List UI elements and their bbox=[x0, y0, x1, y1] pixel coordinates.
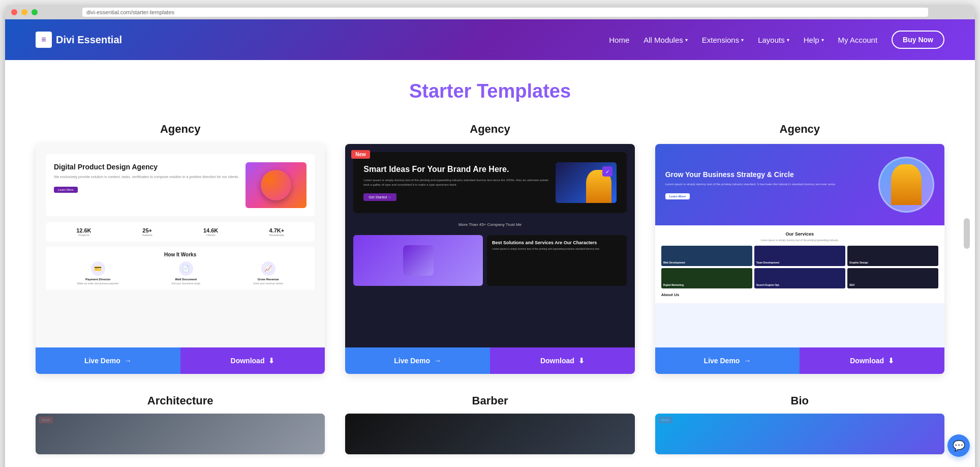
url-bar[interactable]: divi-essential.com/starter-templates bbox=[82, 8, 928, 17]
chat-bubble-button[interactable]: 💬 bbox=[947, 434, 970, 457]
how-label-1: Payment Director bbox=[77, 278, 118, 281]
how-item-2: 📄 Well Document Get your document ready bbox=[172, 261, 200, 285]
services-title: Our Services bbox=[661, 231, 938, 237]
trust-text: More Than 45+ Company Trust Me bbox=[458, 222, 522, 227]
hero-title-1: Digital Product Design Agency bbox=[54, 162, 239, 171]
download-button-2[interactable]: Download ⬇ bbox=[490, 347, 635, 374]
stat-label-3: Clients bbox=[203, 234, 218, 237]
live-demo-button-1[interactable]: Live Demo → bbox=[36, 347, 180, 374]
demo-label-2: Live Demo bbox=[394, 357, 430, 365]
logo-icon: ≡ bbox=[36, 32, 52, 48]
chevron-down-icon: ▾ bbox=[787, 37, 789, 43]
download-icon-3: ⬇ bbox=[888, 357, 894, 365]
stat-label-1: Projects bbox=[76, 234, 91, 237]
service-tile-4: Digital Marketing bbox=[661, 268, 752, 288]
stat-4: 4.7K+ Downloads bbox=[269, 227, 285, 237]
document-icon: 📄 bbox=[179, 261, 193, 276]
preview-hero-1: Digital Product Design Agency We exclusi… bbox=[46, 154, 315, 216]
nav-layouts[interactable]: Layouts ▾ bbox=[758, 36, 789, 44]
card-preview-3: Grow Your Business Strategy & Circle Lor… bbox=[655, 144, 944, 347]
stat-3: 14.6K Clients bbox=[203, 227, 218, 237]
stat-2: 25+ Awards bbox=[142, 227, 152, 237]
card-preview-1: Digital Product Design Agency We exclusi… bbox=[36, 144, 325, 347]
nav-extensions[interactable]: Extensions ▾ bbox=[702, 36, 744, 44]
stat-num-4: 4.7K+ bbox=[269, 227, 285, 234]
stat-num-1: 12.6K bbox=[76, 227, 91, 234]
smart-cta[interactable]: Get Started → bbox=[363, 193, 396, 201]
nav-links: Home All Modules ▾ Extensions ▾ Layouts … bbox=[609, 31, 944, 49]
stat-num-3: 14.6K bbox=[203, 227, 218, 234]
how-desc-1: Make an order and process payment bbox=[77, 282, 118, 285]
download-button-3[interactable]: Download ⬇ bbox=[800, 347, 944, 374]
templates-grid: Agency Digital Product Design Agency We … bbox=[36, 123, 944, 374]
arrow-right-icon-2: → bbox=[434, 357, 441, 365]
stats-row-1: 12.6K Projects 25+ Awards 14.6K Clients bbox=[46, 222, 315, 242]
logo-text: Divi Essential bbox=[56, 34, 122, 46]
hero-desc-1: We exclusively provide solution in conte… bbox=[54, 174, 239, 180]
close-button[interactable] bbox=[11, 9, 17, 15]
bio-preview: New bbox=[655, 414, 944, 454]
bottom-label-2: Barber bbox=[345, 394, 634, 407]
services-section: Our Services Lorem ipsum is simply dummy… bbox=[655, 225, 944, 303]
logo[interactable]: ≡ Divi Essential bbox=[36, 32, 122, 48]
live-demo-button-3[interactable]: Live Demo → bbox=[655, 347, 800, 374]
service-tile-3: Graphic Design bbox=[847, 246, 938, 266]
nav-my-account[interactable]: My Account bbox=[838, 36, 878, 44]
template-column-2: Agency New Smart Ideas For Your Brand Ar… bbox=[345, 123, 634, 374]
download-icon: ⬇ bbox=[268, 357, 274, 365]
live-demo-button-2[interactable]: Live Demo → bbox=[345, 347, 490, 374]
service-tile-label-3: Graphic Design bbox=[849, 261, 868, 264]
minimize-button[interactable] bbox=[21, 9, 27, 15]
titlebar: divi-essential.com/starter-templates bbox=[5, 5, 975, 19]
smart-title: Smart Ideas For Your Brand Are Here. bbox=[363, 164, 549, 175]
how-desc-3: Grow your revenue stream bbox=[253, 282, 283, 285]
how-section: How It Works 💳 Payment Director Make an … bbox=[46, 247, 315, 290]
bottom-labels: Architecture Barber Bio bbox=[36, 394, 944, 407]
navbar: ≡ Divi Essential Home All Modules ▾ Exte… bbox=[5, 19, 975, 60]
stat-label-2: Awards bbox=[142, 234, 152, 237]
template-card-1: Digital Product Design Agency We exclusi… bbox=[36, 144, 325, 374]
chat-icon: 💬 bbox=[953, 440, 965, 452]
download-label-2: Download bbox=[540, 357, 574, 365]
grow-desc: Lorem ipsum is simply dummy text of the … bbox=[665, 182, 872, 186]
how-title: How It Works bbox=[51, 252, 310, 257]
template-column-3: Agency Grow Your Business Strategy & Cir… bbox=[655, 123, 944, 374]
chevron-down-icon: ▾ bbox=[685, 37, 688, 43]
bottom-cards: New New bbox=[36, 414, 944, 454]
service-tile-label-5: Search Engine Opt. bbox=[756, 283, 780, 286]
smart-desc: Lorem ipsum is simply dummy text of the … bbox=[363, 178, 549, 187]
service-tile-label-2: Team Development bbox=[756, 261, 779, 264]
template-label-3: Agency bbox=[780, 123, 820, 136]
nav-all-modules[interactable]: All Modules ▾ bbox=[644, 36, 688, 44]
download-button-1[interactable]: Download ⬇ bbox=[180, 347, 325, 374]
solutions-card: Best Solutions and Services Are Our Char… bbox=[487, 235, 627, 286]
template-label-1: Agency bbox=[160, 123, 200, 136]
solutions-desc: Lorem ipsum is simply dummy text of the … bbox=[492, 247, 622, 251]
chevron-down-icon: ▾ bbox=[741, 37, 744, 43]
service-tile-6: SEO bbox=[847, 268, 938, 288]
card-actions-2: Live Demo → Download ⬇ bbox=[345, 347, 634, 374]
smart-image: ✓ bbox=[556, 162, 617, 203]
how-label-2: Well Document bbox=[172, 278, 200, 281]
url-text: divi-essential.com/starter-templates bbox=[86, 9, 174, 15]
card-actions-3: Live Demo → Download ⬇ bbox=[655, 347, 944, 374]
maximize-button[interactable] bbox=[32, 9, 38, 15]
how-items: 💳 Payment Director Make an order and pro… bbox=[51, 261, 310, 285]
grow-cta[interactable]: Learn More bbox=[665, 193, 690, 199]
nav-home[interactable]: Home bbox=[609, 36, 629, 44]
grow-hero: Grow Your Business Strategy & Circle Lor… bbox=[655, 144, 944, 225]
grow-image bbox=[878, 157, 934, 213]
service-tile-label-6: SEO bbox=[849, 283, 855, 286]
services-desc: Lorem ipsum is simply dummy text of the … bbox=[661, 239, 938, 242]
bottom-label-1: Architecture bbox=[36, 394, 325, 407]
buy-now-button[interactable]: Buy Now bbox=[892, 31, 944, 49]
card-actions-1: Live Demo → Download ⬇ bbox=[36, 347, 325, 374]
template-card-2: New Smart Ideas For Your Brand Are Here.… bbox=[345, 144, 634, 374]
smart-text: Smart Ideas For Your Brand Are Here. Lor… bbox=[363, 164, 549, 201]
service-tile-1: Web Development bbox=[661, 246, 752, 266]
payment-icon: 💳 bbox=[91, 261, 105, 276]
hero-cta-1[interactable]: Learn More bbox=[54, 187, 78, 193]
nav-help[interactable]: Help ▾ bbox=[804, 36, 824, 44]
scrollbar[interactable] bbox=[964, 218, 970, 249]
trust-section: More Than 45+ Company Trust Me bbox=[353, 218, 626, 231]
